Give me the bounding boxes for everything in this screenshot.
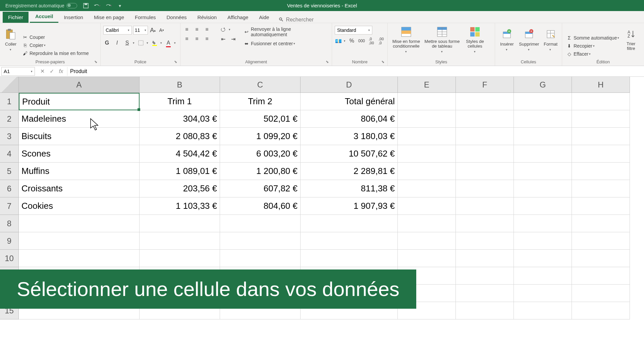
cell-B9[interactable] — [140, 232, 220, 250]
redo-icon[interactable]: ▾ — [105, 2, 112, 9]
borders-icon[interactable] — [137, 39, 145, 47]
paste-button[interactable]: Coller ▾ — [3, 24, 19, 55]
cell-G14[interactable] — [514, 285, 572, 302]
cell-E4[interactable] — [398, 145, 456, 163]
cell-D4[interactable]: 10 507,62 € — [301, 145, 398, 163]
tab-review[interactable]: Révision — [192, 12, 222, 23]
column-header-G[interactable]: G — [514, 77, 572, 93]
underline-button[interactable]: S — [123, 39, 131, 47]
cell-F14[interactable] — [456, 285, 514, 302]
cell-B2[interactable]: 304,03 € — [140, 110, 220, 128]
cell-G7[interactable] — [514, 197, 572, 215]
cell-E8[interactable] — [398, 215, 456, 232]
cell-C9[interactable] — [220, 232, 301, 250]
italic-button[interactable]: I — [113, 39, 121, 47]
cell-E2[interactable] — [398, 110, 456, 128]
increase-decimal-icon[interactable]: ,0,00 — [368, 37, 375, 45]
cell-B7[interactable]: 1 103,33 € — [140, 197, 220, 215]
align-middle-icon[interactable]: ≡ — [193, 26, 201, 33]
cell-H2[interactable] — [572, 110, 630, 128]
fx-icon[interactable]: fx — [58, 68, 64, 75]
tab-insert[interactable]: Insertion — [58, 12, 89, 23]
cell-G5[interactable] — [514, 163, 572, 180]
column-header-D[interactable]: D — [301, 77, 398, 93]
cell-B6[interactable]: 203,56 € — [140, 180, 220, 197]
cell-A7[interactable]: Cookies — [19, 197, 140, 215]
thousands-icon[interactable]: 000 — [358, 37, 365, 45]
cell-H7[interactable] — [572, 197, 630, 215]
cell-C2[interactable]: 502,01 € — [220, 110, 301, 128]
cell-E3[interactable] — [398, 128, 456, 145]
align-bottom-icon[interactable]: ≡ — [203, 26, 211, 33]
increase-indent-icon[interactable]: ⇥ — [229, 35, 237, 43]
cell-H1[interactable] — [572, 93, 630, 110]
cell-G15[interactable] — [514, 302, 572, 319]
cell-A10[interactable] — [19, 250, 140, 267]
cell-A1[interactable]: Produit — [19, 93, 140, 110]
format-painter-button[interactable]: 🖌Reproduire la mise en forme — [21, 50, 90, 57]
align-top-icon[interactable]: ≡ — [183, 26, 191, 33]
cell-G13[interactable] — [514, 267, 572, 285]
cell-F2[interactable] — [456, 110, 514, 128]
cell-A3[interactable]: Biscuits — [19, 128, 140, 145]
cell-G4[interactable] — [514, 145, 572, 163]
orientation-icon[interactable]: ⭯ — [219, 26, 227, 33]
dialog-launcher-icon[interactable]: ⬊ — [94, 60, 99, 64]
row-header-9[interactable]: 9 — [0, 232, 19, 250]
cell-H15[interactable] — [572, 302, 630, 319]
row-header-8[interactable]: 8 — [0, 215, 19, 232]
dialog-launcher-icon[interactable]: ⬊ — [174, 60, 179, 64]
cell-F4[interactable] — [456, 145, 514, 163]
cell-F7[interactable] — [456, 197, 514, 215]
tab-file[interactable]: Fichier — [3, 12, 29, 23]
cell-H9[interactable] — [572, 232, 630, 250]
conditional-formatting-button[interactable]: Mise en forme conditionnelle ▾ — [390, 24, 422, 55]
cut-button[interactable]: ✂Couper — [21, 34, 90, 41]
tab-help[interactable]: Aide — [254, 12, 274, 23]
cell-C1[interactable]: Trim 2 — [220, 93, 301, 110]
column-header-B[interactable]: B — [140, 77, 220, 93]
toggle-switch[interactable] — [66, 3, 77, 8]
accounting-format-icon[interactable]: 💶 — [335, 37, 342, 45]
cell-D9[interactable] — [301, 232, 398, 250]
cell-E1[interactable] — [398, 93, 456, 110]
cell-G6[interactable] — [514, 180, 572, 197]
cell-A6[interactable]: Croissants — [19, 180, 140, 197]
autosum-button[interactable]: ΣSomme automatique ▾ — [565, 34, 621, 42]
cell-E7[interactable] — [398, 197, 456, 215]
customize-qat-icon[interactable]: ▾ — [117, 2, 123, 9]
clear-button[interactable]: ◇Effacer ▾ — [565, 50, 621, 58]
cell-D5[interactable]: 2 289,81 € — [301, 163, 398, 180]
row-header-1[interactable]: 1 — [0, 93, 19, 110]
column-header-A[interactable]: A — [19, 77, 140, 93]
cell-H13[interactable] — [572, 267, 630, 285]
cell-E10[interactable] — [398, 250, 456, 267]
cell-C10[interactable] — [220, 250, 301, 267]
cell-F13[interactable] — [456, 267, 514, 285]
tab-layout[interactable]: Mise en page — [89, 12, 129, 23]
align-left-icon[interactable]: ≡ — [183, 35, 191, 43]
tell-me-search[interactable]: 🔍︎ Rechercher — [278, 17, 314, 23]
formula-input[interactable]: Produit — [67, 67, 644, 76]
cell-F8[interactable] — [456, 215, 514, 232]
cell-A2[interactable]: Madeleines — [19, 110, 140, 128]
cell-C6[interactable]: 607,82 € — [220, 180, 301, 197]
cell-F1[interactable] — [456, 93, 514, 110]
tab-home[interactable]: Accueil — [30, 11, 58, 23]
cell-H6[interactable] — [572, 180, 630, 197]
cell-A4[interactable]: Scones — [19, 145, 140, 163]
cell-F3[interactable] — [456, 128, 514, 145]
cell-A5[interactable]: Muffins — [19, 163, 140, 180]
dialog-launcher-icon[interactable]: ⬊ — [326, 60, 330, 64]
font-color-icon[interactable]: A — [165, 39, 172, 47]
cell-D1[interactable]: Total général — [301, 93, 398, 110]
cell-C3[interactable]: 1 099,20 € — [220, 128, 301, 145]
column-header-C[interactable]: C — [220, 77, 301, 93]
cell-D6[interactable]: 811,38 € — [301, 180, 398, 197]
row-header-5[interactable]: 5 — [0, 163, 19, 180]
autosave-toggle[interactable]: Enregistrement automatique — [3, 3, 80, 8]
delete-cells-button[interactable]: × Supprimer ▾ — [518, 24, 540, 55]
tab-view[interactable]: Affichage — [222, 12, 254, 23]
cell-E5[interactable] — [398, 163, 456, 180]
wrap-text-button[interactable]: ↩Renvoyer à la ligne automatiquement — [242, 26, 329, 38]
